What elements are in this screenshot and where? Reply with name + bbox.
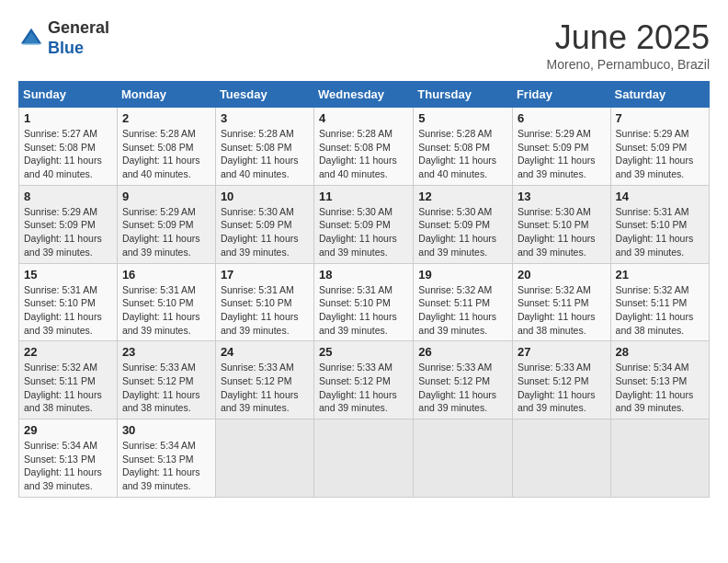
- calendar-cell: 8Sunrise: 5:29 AMSunset: 5:09 PMDaylight…: [19, 185, 118, 263]
- header-day-sunday: Sunday: [19, 82, 118, 108]
- cell-info: Sunrise: 5:30 AMSunset: 5:10 PMDaylight:…: [518, 205, 606, 259]
- cell-info: Sunrise: 5:34 AMSunset: 5:13 PMDaylight:…: [24, 439, 112, 493]
- title-block: June 2025 Moreno, Pernambuco, Brazil: [547, 18, 710, 72]
- calendar-cell: 2Sunrise: 5:28 AMSunset: 5:08 PMDaylight…: [117, 108, 215, 186]
- logo-icon: [18, 26, 44, 52]
- day-number: 25: [319, 345, 408, 359]
- logo-general-text: General: [48, 18, 109, 39]
- calendar-header: SundayMondayTuesdayWednesdayThursdayFrid…: [19, 82, 710, 108]
- calendar-cell: 11Sunrise: 5:30 AMSunset: 5:09 PMDayligh…: [314, 185, 414, 263]
- cell-info: Sunrise: 5:34 AMSunset: 5:13 PMDaylight:…: [122, 439, 210, 493]
- logo-blue-text: Blue: [48, 39, 109, 59]
- header-day-wednesday: Wednesday: [314, 82, 414, 108]
- day-number: 15: [24, 268, 112, 282]
- cell-info: Sunrise: 5:28 AMSunset: 5:08 PMDaylight:…: [319, 127, 408, 181]
- calendar-body: 1Sunrise: 5:27 AMSunset: 5:08 PMDaylight…: [19, 108, 710, 498]
- cell-info: Sunrise: 5:28 AMSunset: 5:08 PMDaylight:…: [221, 127, 309, 181]
- header-day-monday: Monday: [117, 82, 215, 108]
- day-number: 29: [24, 423, 112, 437]
- calendar-cell: 29Sunrise: 5:34 AMSunset: 5:13 PMDayligh…: [19, 419, 118, 498]
- cell-info: Sunrise: 5:32 AMSunset: 5:11 PMDaylight:…: [418, 283, 507, 338]
- calendar-cell: 6Sunrise: 5:29 AMSunset: 5:09 PMDaylight…: [512, 108, 610, 186]
- header-row: SundayMondayTuesdayWednesdayThursdayFrid…: [19, 82, 710, 108]
- week-row-5: 29Sunrise: 5:34 AMSunset: 5:13 PMDayligh…: [19, 419, 710, 498]
- day-number: 26: [418, 345, 507, 359]
- header-day-tuesday: Tuesday: [215, 82, 313, 108]
- cell-info: Sunrise: 5:31 AMSunset: 5:10 PMDaylight:…: [24, 283, 112, 338]
- calendar-cell: 23Sunrise: 5:33 AMSunset: 5:12 PMDayligh…: [117, 341, 215, 419]
- calendar-cell: 17Sunrise: 5:31 AMSunset: 5:10 PMDayligh…: [215, 263, 313, 341]
- cell-info: Sunrise: 5:29 AMSunset: 5:09 PMDaylight:…: [122, 205, 210, 259]
- cell-info: Sunrise: 5:29 AMSunset: 5:09 PMDaylight:…: [616, 127, 704, 181]
- calendar-cell: 1Sunrise: 5:27 AMSunset: 5:08 PMDaylight…: [19, 108, 118, 186]
- day-number: 16: [122, 268, 210, 282]
- cell-info: Sunrise: 5:33 AMSunset: 5:12 PMDaylight:…: [418, 361, 507, 415]
- calendar-cell: [512, 419, 610, 498]
- week-row-3: 15Sunrise: 5:31 AMSunset: 5:10 PMDayligh…: [19, 263, 710, 341]
- logo: General Blue: [18, 18, 109, 58]
- location-text: Moreno, Pernambuco, Brazil: [547, 57, 710, 72]
- cell-info: Sunrise: 5:33 AMSunset: 5:12 PMDaylight:…: [518, 361, 606, 415]
- cell-info: Sunrise: 5:30 AMSunset: 5:09 PMDaylight:…: [418, 205, 507, 259]
- cell-info: Sunrise: 5:29 AMSunset: 5:09 PMDaylight:…: [518, 127, 606, 181]
- day-number: 5: [418, 111, 507, 125]
- calendar-cell: [610, 419, 709, 498]
- calendar-cell: 26Sunrise: 5:33 AMSunset: 5:12 PMDayligh…: [414, 341, 513, 419]
- calendar-cell: 25Sunrise: 5:33 AMSunset: 5:12 PMDayligh…: [314, 341, 414, 419]
- day-number: 28: [616, 345, 704, 359]
- day-number: 10: [221, 190, 309, 203]
- calendar-cell: 10Sunrise: 5:30 AMSunset: 5:09 PMDayligh…: [215, 185, 313, 263]
- day-number: 18: [319, 268, 408, 282]
- day-number: 19: [418, 268, 507, 282]
- calendar-cell: 22Sunrise: 5:32 AMSunset: 5:11 PMDayligh…: [19, 341, 118, 419]
- cell-info: Sunrise: 5:34 AMSunset: 5:13 PMDaylight:…: [616, 361, 704, 415]
- cell-info: Sunrise: 5:30 AMSunset: 5:09 PMDaylight:…: [319, 205, 408, 259]
- day-number: 21: [616, 268, 704, 282]
- day-number: 3: [221, 111, 309, 125]
- cell-info: Sunrise: 5:28 AMSunset: 5:08 PMDaylight:…: [418, 127, 507, 181]
- page-header: General Blue June 2025 Moreno, Pernambuc…: [18, 18, 710, 72]
- calendar-cell: 13Sunrise: 5:30 AMSunset: 5:10 PMDayligh…: [512, 185, 610, 263]
- month-title: June 2025: [547, 18, 710, 57]
- day-number: 2: [122, 111, 210, 125]
- day-number: 11: [319, 190, 408, 203]
- day-number: 1: [24, 111, 112, 125]
- day-number: 12: [418, 190, 507, 203]
- calendar-cell: [314, 419, 414, 498]
- cell-info: Sunrise: 5:32 AMSunset: 5:11 PMDaylight:…: [518, 283, 606, 338]
- week-row-1: 1Sunrise: 5:27 AMSunset: 5:08 PMDaylight…: [19, 108, 710, 186]
- day-number: 27: [518, 345, 606, 359]
- day-number: 30: [122, 423, 210, 437]
- day-number: 9: [122, 190, 210, 203]
- calendar-cell: [215, 419, 313, 498]
- day-number: 6: [518, 111, 606, 125]
- cell-info: Sunrise: 5:31 AMSunset: 5:10 PMDaylight:…: [319, 283, 408, 338]
- day-number: 20: [518, 268, 606, 282]
- day-number: 24: [221, 345, 309, 359]
- cell-info: Sunrise: 5:28 AMSunset: 5:08 PMDaylight:…: [122, 127, 210, 181]
- header-day-friday: Friday: [512, 82, 610, 108]
- cell-info: Sunrise: 5:27 AMSunset: 5:08 PMDaylight:…: [24, 127, 112, 181]
- calendar-cell: 24Sunrise: 5:33 AMSunset: 5:12 PMDayligh…: [215, 341, 313, 419]
- calendar-cell: 20Sunrise: 5:32 AMSunset: 5:11 PMDayligh…: [512, 263, 610, 341]
- calendar-cell: 19Sunrise: 5:32 AMSunset: 5:11 PMDayligh…: [414, 263, 513, 341]
- calendar-cell: 16Sunrise: 5:31 AMSunset: 5:10 PMDayligh…: [117, 263, 215, 341]
- cell-info: Sunrise: 5:33 AMSunset: 5:12 PMDaylight:…: [122, 361, 210, 415]
- calendar-cell: 5Sunrise: 5:28 AMSunset: 5:08 PMDaylight…: [414, 108, 513, 186]
- day-number: 8: [24, 190, 112, 203]
- calendar-cell: 21Sunrise: 5:32 AMSunset: 5:11 PMDayligh…: [610, 263, 709, 341]
- calendar-cell: 12Sunrise: 5:30 AMSunset: 5:09 PMDayligh…: [414, 185, 513, 263]
- cell-info: Sunrise: 5:33 AMSunset: 5:12 PMDaylight:…: [319, 361, 408, 415]
- calendar-cell: 15Sunrise: 5:31 AMSunset: 5:10 PMDayligh…: [19, 263, 118, 341]
- calendar-cell: 9Sunrise: 5:29 AMSunset: 5:09 PMDaylight…: [117, 185, 215, 263]
- day-number: 13: [518, 190, 606, 203]
- calendar-cell: 3Sunrise: 5:28 AMSunset: 5:08 PMDaylight…: [215, 108, 313, 186]
- calendar-cell: 28Sunrise: 5:34 AMSunset: 5:13 PMDayligh…: [610, 341, 709, 419]
- header-day-thursday: Thursday: [414, 82, 513, 108]
- calendar-table: SundayMondayTuesdayWednesdayThursdayFrid…: [18, 81, 710, 498]
- day-number: 23: [122, 345, 210, 359]
- day-number: 17: [221, 268, 309, 282]
- cell-info: Sunrise: 5:32 AMSunset: 5:11 PMDaylight:…: [24, 361, 112, 415]
- week-row-4: 22Sunrise: 5:32 AMSunset: 5:11 PMDayligh…: [19, 341, 710, 419]
- cell-info: Sunrise: 5:31 AMSunset: 5:10 PMDaylight:…: [221, 283, 309, 338]
